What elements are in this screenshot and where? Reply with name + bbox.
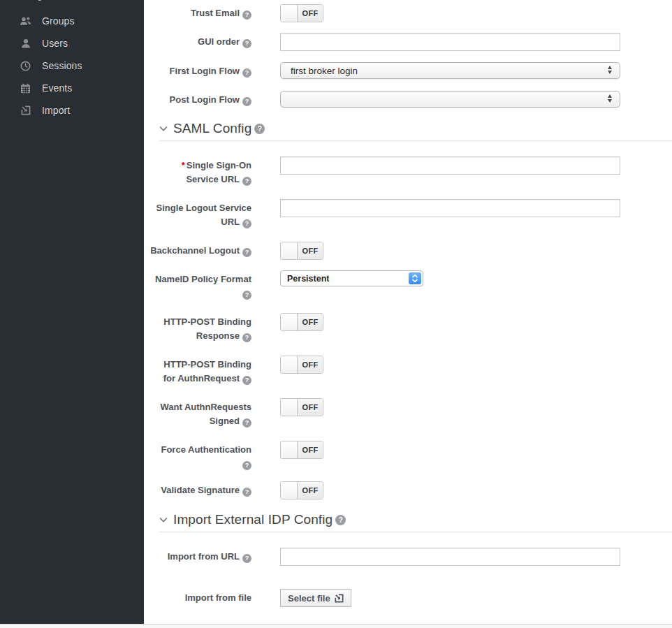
http-post-response-toggle[interactable]: OFF	[280, 313, 323, 331]
sidebar-item-label: Sessions	[42, 60, 82, 71]
select-chevrons-icon	[409, 272, 421, 284]
http-post-authn-toggle[interactable]: OFF	[280, 356, 323, 374]
sidebar-item-label: Groups	[42, 15, 75, 27]
help-icon[interactable]: ?	[242, 177, 251, 186]
gui-order-label: GUI order?	[149, 33, 251, 49]
sidebar-item-label: Users	[42, 38, 68, 49]
slo-url-input[interactable]	[280, 199, 620, 217]
toggle-handle	[281, 314, 298, 330]
calendar-icon	[20, 82, 31, 94]
sidebar-section-label-partial: Manage	[13, 0, 48, 1]
help-icon[interactable]: ?	[242, 333, 251, 342]
slo-url-label: Single Logout Service URL?	[149, 199, 251, 229]
want-authn-signed-label: Want AuthnRequests Signed?	[149, 398, 251, 428]
toggle-handle	[281, 242, 298, 259]
trust-email-toggle[interactable]: OFF	[280, 4, 323, 22]
help-icon[interactable]: ?	[242, 68, 251, 78]
toggle-off-label: OFF	[298, 242, 323, 259]
select-file-button-label: Select file	[288, 593, 330, 604]
help-icon[interactable]: ?	[242, 39, 251, 48]
backchannel-logout-row: Backchannel Logout? OFF	[149, 242, 672, 260]
nameid-policy-row: NameID Policy Format ? Persistent	[149, 270, 672, 300]
sidebar-item-users[interactable]: Users	[0, 32, 144, 54]
http-post-authn-label: HTTP-POST Binding for AuthnRequest?	[149, 356, 251, 386]
backchannel-logout-label: Backchannel Logout?	[149, 242, 251, 258]
post-login-flow-select[interactable]	[280, 91, 620, 108]
sidebar-item-groups[interactable]: Groups	[0, 10, 144, 32]
backchannel-logout-toggle[interactable]: OFF	[280, 242, 323, 260]
help-icon[interactable]: ?	[242, 10, 251, 20]
sso-url-label: *Single Sign-On Service URL?	[149, 156, 251, 187]
chevron-down-icon	[159, 517, 168, 523]
import-url-label: Import from URL?	[149, 548, 251, 564]
gui-order-row: GUI order?	[149, 33, 672, 51]
user-icon	[20, 38, 31, 49]
toggle-handle	[281, 441, 298, 458]
force-auth-toggle[interactable]: OFF	[280, 441, 323, 459]
sidebar-nav: Manage Groups	[0, 0, 144, 624]
sidebar-item-sessions[interactable]: Sessions	[0, 54, 144, 77]
toggle-handle	[281, 482, 298, 499]
toggle-handle	[281, 5, 298, 22]
toggle-off-label: OFF	[298, 399, 323, 416]
sidebar-item-label: Import	[42, 105, 70, 116]
saml-config-section-header[interactable]: SAML Config ?	[159, 121, 672, 141]
toggle-handle	[281, 356, 298, 373]
help-icon[interactable]: ?	[242, 291, 251, 300]
trust-email-row: Trust Email? OFF	[149, 4, 672, 22]
clock-icon	[20, 60, 31, 71]
sidebar-item-label: Events	[42, 82, 72, 94]
toggle-off-label: OFF	[298, 5, 323, 22]
help-icon[interactable]: ?	[242, 219, 251, 228]
force-auth-row: Force Authentication? OFF	[149, 441, 672, 471]
sso-url-input[interactable]	[280, 156, 620, 175]
help-icon[interactable]: ?	[242, 554, 251, 563]
nameid-policy-label: NameID Policy Format ?	[149, 270, 251, 300]
help-icon[interactable]: ?	[242, 488, 251, 497]
select-stepper-icon	[608, 66, 612, 74]
trust-email-label: Trust Email?	[149, 4, 251, 20]
import-url-input[interactable]	[280, 548, 620, 566]
help-icon[interactable]: ?	[335, 515, 346, 525]
section-title: SAML Config	[173, 121, 251, 136]
select-stepper-icon	[608, 94, 612, 103]
http-post-authn-row: HTTP-POST Binding for AuthnRequest? OFF	[149, 356, 672, 386]
validate-signature-toggle[interactable]: OFF	[280, 481, 323, 499]
first-login-flow-select[interactable]: first broker login	[280, 62, 620, 79]
validate-signature-row: Validate Signature? OFF	[149, 481, 672, 499]
section-title: Import External IDP Config	[173, 512, 333, 527]
sso-url-row: *Single Sign-On Service URL?	[149, 156, 672, 187]
chevron-down-icon	[159, 126, 168, 131]
selected-value: Persistent	[287, 274, 329, 284]
help-icon[interactable]: ?	[242, 248, 251, 257]
want-authn-signed-row: Want AuthnRequests Signed? OFF	[149, 398, 672, 428]
toggle-off-label: OFF	[298, 356, 323, 373]
help-icon[interactable]: ?	[242, 376, 251, 385]
help-icon[interactable]: ?	[242, 461, 251, 470]
help-icon[interactable]: ?	[242, 97, 251, 106]
nameid-policy-select[interactable]: Persistent	[280, 270, 423, 286]
post-login-flow-label: Post Login Flow?	[149, 91, 251, 107]
slo-url-row: Single Logout Service URL?	[149, 199, 672, 229]
import-icon	[20, 105, 31, 116]
first-login-flow-row: First Login Flow? first broker login	[149, 62, 672, 79]
http-post-response-label: HTTP-POST Binding Response?	[149, 313, 251, 343]
force-auth-label: Force Authentication?	[149, 441, 251, 471]
import-file-icon	[335, 594, 344, 603]
groups-icon	[20, 15, 31, 27]
validate-signature-label: Validate Signature?	[149, 481, 251, 497]
import-idp-section-header[interactable]: Import External IDP Config ?	[159, 512, 672, 532]
want-authn-signed-toggle[interactable]: OFF	[280, 398, 323, 416]
required-indicator: *	[182, 160, 185, 170]
import-url-row: Import from URL?	[149, 548, 672, 566]
gui-order-input[interactable]	[280, 33, 620, 51]
help-icon[interactable]: ?	[242, 418, 251, 428]
first-login-flow-label: First Login Flow?	[149, 62, 251, 78]
idp-settings-form: Trust Email? OFF GUI order? First Login …	[144, 0, 672, 624]
selected-value: first broker login	[291, 66, 358, 76]
page-bottom-divider	[0, 624, 672, 628]
sidebar-item-events[interactable]: Events	[0, 77, 144, 99]
select-file-button[interactable]: Select file	[280, 589, 351, 607]
sidebar-item-import[interactable]: Import	[0, 99, 144, 122]
help-icon[interactable]: ?	[254, 124, 265, 134]
